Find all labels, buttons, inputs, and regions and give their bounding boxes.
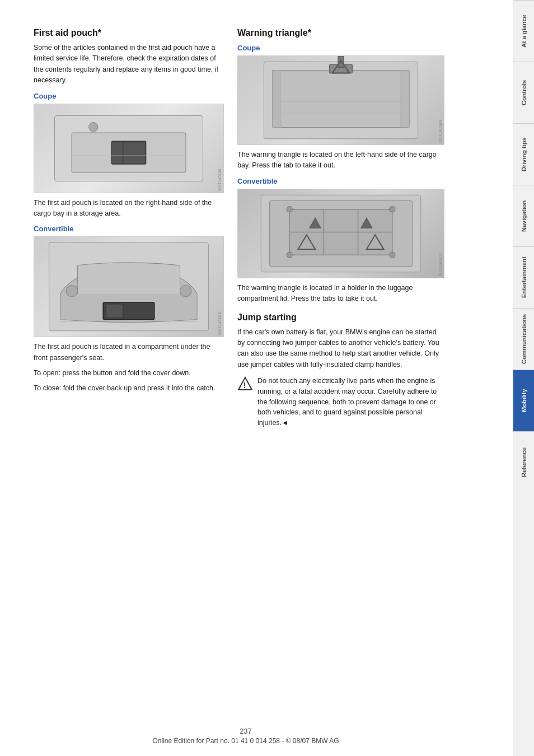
- first-aid-intro: Some of the articles contained in the fi…: [34, 43, 224, 86]
- convertible-caption-right: The warning triangle is located in a hol…: [237, 283, 444, 305]
- warning-triangle-title: Warning triangle*: [237, 28, 444, 38]
- svg-rect-15: [273, 70, 410, 127]
- sidebar-tab-communications[interactable]: Communications: [513, 308, 535, 370]
- convertible-para2-left: To open: press the button and fold the c…: [34, 368, 224, 379]
- coupe-label-left: Coupe: [34, 92, 224, 100]
- coupe-image-left: WX11A01JA: [34, 104, 224, 193]
- svg-point-4: [89, 122, 98, 131]
- sidebar-tab-entertainment[interactable]: Entertainment: [513, 246, 535, 308]
- sidebar-tab-navigation[interactable]: Navigation: [513, 185, 535, 246]
- left-column: First aid pouch* Some of the articles co…: [34, 28, 224, 428]
- svg-point-31: [390, 252, 395, 258]
- svg-point-12: [66, 286, 77, 297]
- convertible-label-left: Convertible: [34, 225, 224, 233]
- svg-rect-2: [111, 141, 146, 164]
- svg-point-28: [287, 206, 292, 212]
- sidebar-tab-reference[interactable]: Reference: [513, 431, 535, 493]
- jump-para1: If the car's own battery is flat, your B…: [237, 327, 444, 371]
- sidebar-tab-controls[interactable]: Controls: [513, 62, 535, 123]
- sidebar: At a glance Controls Driving tips Naviga…: [513, 0, 534, 756]
- convertible-para1-left: The first aid pouch is located in a comp…: [34, 342, 224, 363]
- convertible-para3-left: To close: fold the cover back up and pre…: [34, 383, 224, 394]
- coupe-label-right: Coupe: [237, 44, 444, 52]
- warning-box: ! Do not touch any electrically live par…: [237, 376, 444, 428]
- warning-icon: !: [237, 376, 253, 392]
- sidebar-tab-driving-tips[interactable]: Driving tips: [513, 123, 535, 185]
- coupe-caption-right: The warning triangle is located on the l…: [237, 150, 444, 171]
- page-footer: 237 Online Edition for Part no. 01 41 0 …: [0, 727, 491, 745]
- svg-rect-21: [401, 70, 409, 127]
- svg-point-30: [287, 252, 292, 258]
- jump-starting-title: Jump starting: [237, 312, 444, 323]
- first-aid-title: First aid pouch*: [34, 28, 224, 38]
- svg-point-29: [390, 206, 395, 212]
- footer-text: Online Edition for Part no. 01 41 0 014 …: [152, 737, 339, 745]
- coupe-image-right: WX11A01BA: [237, 55, 444, 145]
- sidebar-tab-mobility[interactable]: Mobility: [513, 370, 535, 431]
- image-watermark-1: WX11A01JA: [218, 169, 222, 191]
- convertible-image-left: WX11A01KA: [34, 236, 224, 337]
- svg-rect-20: [273, 70, 281, 127]
- svg-text:!: !: [243, 381, 246, 390]
- image-watermark-2: WX11A01KA: [218, 312, 222, 335]
- page-number: 237: [0, 727, 491, 735]
- sidebar-tab-at-a-glance[interactable]: At a glance: [513, 0, 535, 62]
- convertible-image-right: WX11A01CA: [237, 189, 444, 278]
- coupe-caption-left: The first aid pouch is located on the ri…: [34, 198, 224, 220]
- right-column: Warning triangle* Coupe: [237, 28, 444, 428]
- svg-rect-10: [106, 304, 123, 318]
- convertible-label-right: Convertible: [237, 177, 444, 185]
- image-watermark-4: WX11A01CA: [438, 253, 442, 276]
- svg-point-13: [180, 286, 191, 297]
- image-watermark-3: WX11A01BA: [438, 120, 442, 143]
- warning-text: Do not touch any electrically live parts…: [257, 376, 444, 428]
